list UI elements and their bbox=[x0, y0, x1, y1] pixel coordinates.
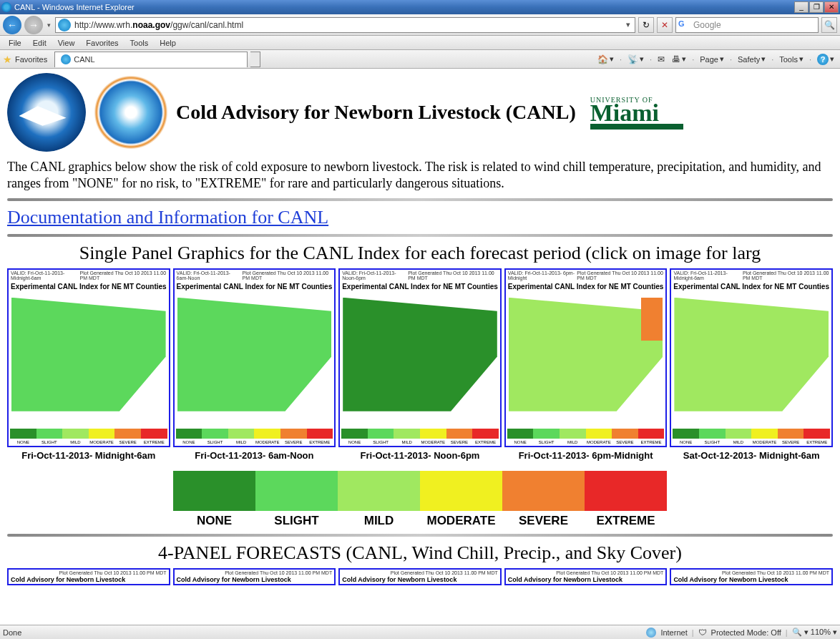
forecast-panel[interactable]: VALID: Fri-Oct-11-2013- 6am-NoonPlot Gen… bbox=[173, 268, 336, 461]
address-dropdown[interactable]: ▾ bbox=[622, 20, 635, 29]
panel-caption: Fri-Oct-11-2013- 6am-Noon bbox=[173, 450, 336, 461]
menu-view[interactable]: View bbox=[52, 39, 81, 47]
safety-menu[interactable]: Safety ▾ bbox=[735, 53, 768, 65]
tools-menu[interactable]: Tools ▾ bbox=[776, 53, 806, 65]
home-icon: 🏠 bbox=[597, 54, 608, 64]
panel-caption: Fri-Oct-11-2013- Noon-6pm bbox=[338, 450, 502, 461]
noaa-logo bbox=[7, 73, 86, 152]
menu-tools[interactable]: Tools bbox=[124, 39, 155, 47]
menu-edit[interactable]: Edit bbox=[27, 39, 52, 47]
nws-logo bbox=[92, 73, 170, 152]
window-titlebar: CANL - Windows Internet Explorer _ ❐ ✕ bbox=[0, 0, 840, 14]
search-box[interactable]: G Google bbox=[675, 17, 819, 33]
protected-mode-icon: 🛡 bbox=[698, 628, 707, 638]
google-icon: G bbox=[678, 19, 690, 31]
refresh-button[interactable]: ↻ bbox=[638, 17, 654, 33]
help-button[interactable]: ?▾ bbox=[814, 52, 837, 67]
four-panel-title: 4-PANEL FORECASTS (CANL, Wind Chill, Pre… bbox=[7, 542, 833, 564]
home-button[interactable]: 🏠▾ bbox=[595, 53, 617, 66]
search-placeholder: Google bbox=[692, 20, 818, 30]
legend-label: SEVERE bbox=[502, 511, 585, 528]
four-panel-thumb[interactable]: Plot Generated Thu Oct 10 2013 11.00 PM … bbox=[338, 568, 502, 585]
intro-text: The CANL graphics below show the risk of… bbox=[7, 159, 833, 192]
documentation-link[interactable]: Documentation and Information for CANL bbox=[7, 207, 328, 228]
favorites-label[interactable]: Favorites bbox=[15, 55, 47, 64]
divider bbox=[7, 234, 833, 237]
panel-caption: Fri-Oct-11-2013- 6pm-Midnight bbox=[504, 450, 668, 461]
address-bar[interactable]: http://www.wrh.noaa.gov/ggw/canl/canl.ht… bbox=[55, 17, 635, 33]
forecast-panel[interactable]: VALID: Fri-Oct-11-2013- Midnight-6amPlot… bbox=[670, 268, 833, 461]
four-panel-thumb[interactable]: Plot Generated Thu Oct 10 2013 11.00 PM … bbox=[670, 568, 833, 585]
print-icon: 🖶 bbox=[672, 54, 680, 64]
print-button[interactable]: 🖶▾ bbox=[669, 53, 689, 66]
four-panel-thumb[interactable]: Plot Generated Thu Oct 10 2013 11.00 PM … bbox=[173, 568, 336, 585]
mail-icon: ✉ bbox=[658, 54, 665, 64]
internet-zone-icon bbox=[646, 628, 656, 638]
menu-help[interactable]: Help bbox=[154, 39, 182, 47]
legend-label: NONE bbox=[173, 511, 255, 528]
url-text: http://www.wrh.noaa.gov/ggw/canl/canl.ht… bbox=[73, 20, 622, 30]
tab-favicon bbox=[61, 54, 71, 64]
single-panel-title: Single Panel Graphics for the CANL Index… bbox=[7, 243, 833, 264]
restore-button[interactable]: ❐ bbox=[809, 1, 824, 13]
page-title: Cold Advisory for Newborn Livestock (CAN… bbox=[176, 101, 576, 124]
search-button[interactable]: 🔍 bbox=[821, 17, 837, 33]
panel-caption: Fri-Oct-11-2013- Midnight-6am bbox=[7, 450, 170, 461]
menu-bar: File Edit View Favorites Tools Help bbox=[0, 36, 840, 50]
forecast-panel[interactable]: VALID: Fri-Oct-11-2013- Noon-6pmPlot Gen… bbox=[338, 268, 502, 461]
rss-icon: 📡 bbox=[627, 54, 638, 64]
page-content: Cold Advisory for Newborn Livestock (CAN… bbox=[0, 69, 840, 625]
forecast-panel[interactable]: VALID: Fri-Oct-11-2013- 6pm-MidnightPlot… bbox=[504, 268, 668, 461]
legend-label: MILD bbox=[338, 511, 420, 528]
page-menu[interactable]: Page ▾ bbox=[697, 53, 727, 65]
menu-file[interactable]: File bbox=[3, 39, 27, 47]
navigation-bar: ← → ▾ http://www.wrh.noaa.gov/ggw/canl/c… bbox=[0, 14, 840, 36]
risk-legend: NONESLIGHTMILDMODERATESEVEREEXTREME bbox=[7, 471, 833, 528]
window-title: CANL - Windows Internet Explorer bbox=[14, 3, 135, 11]
forecast-panel[interactable]: VALID: Fri-Oct-11-2013- Midnight-6amPlot… bbox=[7, 268, 170, 461]
protected-mode[interactable]: Protected Mode: Off bbox=[711, 628, 781, 637]
close-button[interactable]: ✕ bbox=[824, 1, 839, 13]
legend-label: EXTREME bbox=[585, 511, 667, 528]
site-icon bbox=[58, 19, 71, 31]
four-panel-thumb[interactable]: Plot Generated Thu Oct 10 2013 11.00 PM … bbox=[7, 568, 170, 585]
browser-tab[interactable]: CANL bbox=[54, 52, 248, 67]
nav-history-dropdown[interactable]: ▾ bbox=[46, 21, 52, 29]
minimize-button[interactable]: _ bbox=[794, 1, 809, 13]
page-header: Cold Advisory for Newborn Livestock (CAN… bbox=[7, 73, 833, 152]
toolbar: ★ Favorites CANL 🏠▾ · 📡▾ · ✉ 🖶▾ · Page ▾… bbox=[0, 50, 840, 69]
forecast-panels: VALID: Fri-Oct-11-2013- Midnight-6amPlot… bbox=[7, 268, 833, 461]
university-miami-logo: UNIVERSITY OF Miami bbox=[590, 96, 683, 130]
four-panel-row: Plot Generated Thu Oct 10 2013 11.00 PM … bbox=[7, 568, 833, 585]
four-panel-thumb[interactable]: Plot Generated Thu Oct 10 2013 11.00 PM … bbox=[504, 568, 668, 585]
favorites-star-icon[interactable]: ★ bbox=[3, 54, 12, 65]
new-tab-button[interactable] bbox=[250, 52, 260, 67]
divider bbox=[7, 534, 833, 537]
forward-button[interactable]: → bbox=[24, 16, 43, 34]
divider bbox=[7, 198, 833, 201]
feeds-button[interactable]: 📡▾ bbox=[625, 53, 647, 66]
zoom-level-dropdown[interactable]: 🔍 ▾ 110% ▾ bbox=[792, 628, 837, 637]
status-bar: Done Internet | 🛡 Protected Mode: Off | … bbox=[0, 625, 840, 639]
tab-title: CANL bbox=[74, 55, 94, 64]
menu-favorites[interactable]: Favorites bbox=[80, 39, 124, 47]
stop-button[interactable]: ✕ bbox=[657, 17, 673, 33]
security-zone[interactable]: Internet bbox=[660, 628, 687, 637]
legend-label: SLIGHT bbox=[255, 511, 338, 528]
status-text: Done bbox=[3, 628, 21, 637]
legend-label: MODERATE bbox=[420, 511, 502, 528]
panel-caption: Sat-Oct-12-2013- Midnight-6am bbox=[670, 450, 833, 461]
back-button[interactable]: ← bbox=[3, 16, 21, 34]
help-icon: ? bbox=[817, 54, 829, 65]
ie-icon bbox=[1, 2, 11, 12]
read-mail-button[interactable]: ✉ bbox=[655, 53, 668, 66]
